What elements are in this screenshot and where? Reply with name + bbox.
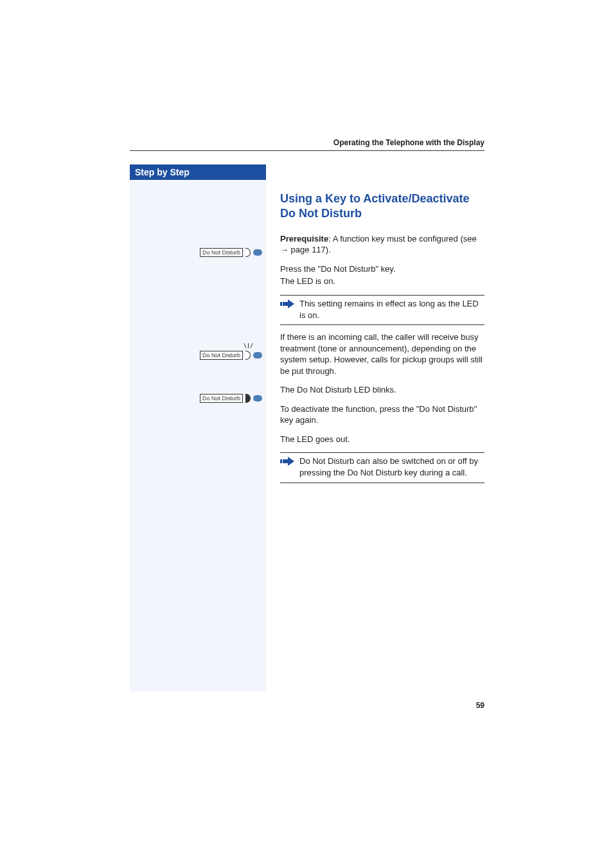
led-on-line: The LED is on.: [280, 276, 484, 287]
section-heading: Using a Key to Activate/Deactivate Do No…: [280, 191, 484, 222]
svg-marker-2: [288, 299, 294, 308]
note-box-1: This setting remains in effect as long a…: [280, 295, 484, 325]
press-key-line: Press the "Do Not Disturb" key.: [280, 263, 484, 275]
svg-rect-0: [280, 302, 282, 306]
page: Operating the Telephone with the Display…: [0, 0, 613, 868]
main-content: Using a Key to Activate/Deactivate Do No…: [280, 191, 484, 490]
svg-rect-4: [283, 459, 288, 463]
function-key-dnd-3: Do Not Disturb: [200, 394, 262, 403]
svg-rect-3: [280, 459, 282, 463]
running-head: Operating the Telephone with the Display: [333, 138, 484, 147]
svg-marker-5: [288, 457, 294, 466]
prerequisite-page: page 117).: [289, 245, 331, 254]
note-box-2: Do Not Disturb can also be switched on o…: [280, 452, 484, 483]
key-button-icon: [245, 351, 251, 360]
sidebar: Step by Step Do Not Disturb Do Not Distu…: [130, 164, 266, 691]
led-out-line: The LED goes out.: [280, 434, 484, 445]
note-text: This setting remains in effect as long a…: [299, 298, 484, 321]
prerequisite-label: Prerequisite: [280, 234, 328, 244]
led-blinks-line: The Do Not Disturb LED blinks.: [280, 384, 484, 396]
led-icon: [253, 352, 262, 359]
function-key-dnd-2: Do Not Disturb: [200, 351, 262, 360]
prerequisite-line: Prerequisite: A function key must be con…: [280, 233, 484, 256]
page-number: 59: [476, 701, 484, 710]
deactivate-line: To deactivate the function, press the "D…: [280, 403, 484, 426]
key-label: Do Not Disturb: [200, 394, 243, 403]
led-icon: [253, 249, 262, 256]
led-icon: [253, 395, 262, 402]
key-label: Do Not Disturb: [200, 248, 243, 257]
sidebar-title: Step by Step: [130, 164, 266, 180]
header-rule: [130, 150, 484, 151]
note-arrow-icon: [280, 299, 294, 308]
key-label: Do Not Disturb: [200, 351, 243, 360]
blink-icon: [243, 343, 254, 350]
key-button-icon: [245, 394, 251, 403]
note-text: Do Not Disturb can also be switched on o…: [299, 456, 484, 478]
prerequisite-text: : A function key must be configured (see: [328, 234, 477, 244]
svg-rect-1: [283, 302, 288, 306]
arrow-icon: →: [280, 245, 289, 254]
note-arrow-icon: [280, 457, 294, 466]
key-button-icon: [245, 248, 251, 257]
function-key-dnd-1: Do Not Disturb: [200, 248, 262, 257]
busy-paragraph: If there is an incoming call, the caller…: [280, 332, 484, 376]
